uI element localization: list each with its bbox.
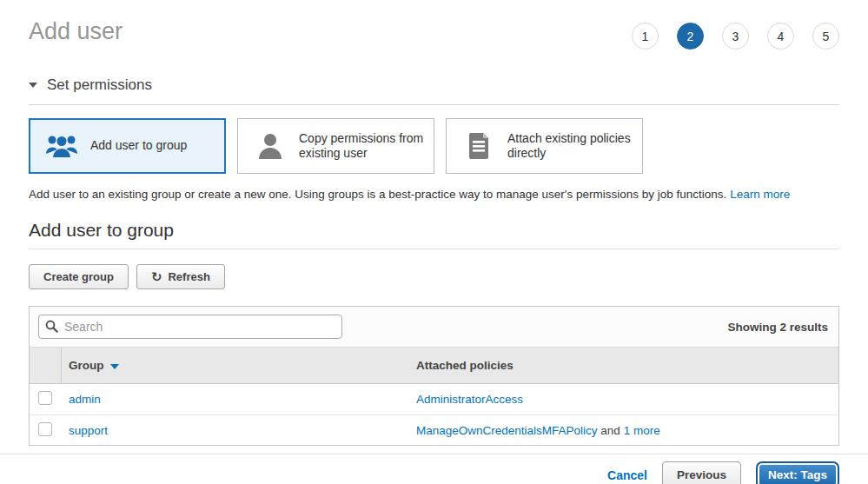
wizard-footer: Cancel Previous Next: Tags — [0, 454, 868, 484]
section-description: Add user to an existing group or create … — [29, 188, 839, 201]
section-title: Set permissions — [47, 76, 152, 94]
page-title: Add user — [29, 17, 123, 45]
step-circle-4: 4 — [767, 23, 794, 50]
collapse-arrow-icon — [29, 83, 37, 88]
header-checkbox-cell — [30, 348, 62, 383]
step-circle-2-active: 2 — [677, 23, 704, 50]
row-checkbox[interactable] — [38, 391, 52, 405]
table-row-admin: admin AdministratorAccess — [30, 384, 838, 414]
card-copy-permissions[interactable]: Copy permissions from existing user — [237, 118, 434, 174]
permission-option-cards: Add user to group Copy permissions from … — [29, 118, 839, 174]
create-group-button[interactable]: Create group — [29, 264, 129, 289]
policy-document-icon — [462, 133, 495, 159]
row-checkbox[interactable] — [38, 422, 52, 436]
single-user-icon — [254, 133, 287, 159]
more-policies-link[interactable]: 1 more — [624, 424, 660, 437]
table-header-row: Group Attached policies — [30, 348, 838, 384]
table-toolbar: Showing 2 results — [30, 307, 838, 348]
wizard-header: Add user 1 2 3 4 5 — [29, 0, 839, 50]
search-icon — [45, 320, 58, 336]
next-tags-button[interactable]: Next: Tags — [756, 461, 839, 484]
policy-link[interactable]: ManageOwnCredentialsMFAPolicy — [416, 424, 598, 437]
step-circle-3: 3 — [722, 23, 749, 50]
search-input[interactable] — [38, 315, 342, 339]
description-text: Add user to an existing group or create … — [29, 188, 726, 201]
results-count: Showing 2 results — [727, 321, 828, 334]
card-label: Attach existing policies directly — [507, 131, 642, 162]
refresh-label: Refresh — [168, 270, 209, 283]
group-actions: Create group ↻ Refresh — [29, 264, 839, 289]
group-link[interactable]: admin — [69, 393, 101, 406]
add-user-to-group-heading: Add user to group — [29, 220, 839, 249]
policies-column-header: Attached policies — [407, 348, 838, 383]
group-link[interactable]: support — [69, 424, 108, 437]
table-row-support: support ManageOwnCredentialsMFAPolicy an… — [30, 414, 838, 445]
users-group-icon — [45, 135, 78, 157]
cancel-link[interactable]: Cancel — [607, 468, 647, 482]
set-permissions-toggle[interactable]: Set permissions — [29, 76, 839, 105]
previous-button[interactable]: Previous — [662, 461, 741, 484]
learn-more-link[interactable]: Learn more — [730, 188, 790, 201]
card-add-user-to-group[interactable]: Add user to group — [29, 118, 226, 174]
group-column-header[interactable]: Group — [62, 348, 407, 383]
refresh-button[interactable]: ↻ Refresh — [136, 264, 225, 289]
card-label: Copy permissions from existing user — [299, 131, 434, 162]
step-circle-1: 1 — [632, 23, 659, 50]
policy-link[interactable]: AdministratorAccess — [416, 393, 523, 406]
groups-table: Showing 2 results Group Attached policie… — [29, 306, 839, 446]
sort-descending-icon — [110, 364, 119, 369]
wizard-step-indicator: 1 2 3 4 5 — [632, 17, 839, 50]
policy-suffix: and — [598, 424, 624, 437]
card-attach-policies[interactable]: Attach existing policies directly — [446, 118, 643, 174]
refresh-icon: ↻ — [151, 270, 162, 283]
step-circle-5: 5 — [812, 23, 839, 50]
card-label: Add user to group — [90, 138, 194, 154]
